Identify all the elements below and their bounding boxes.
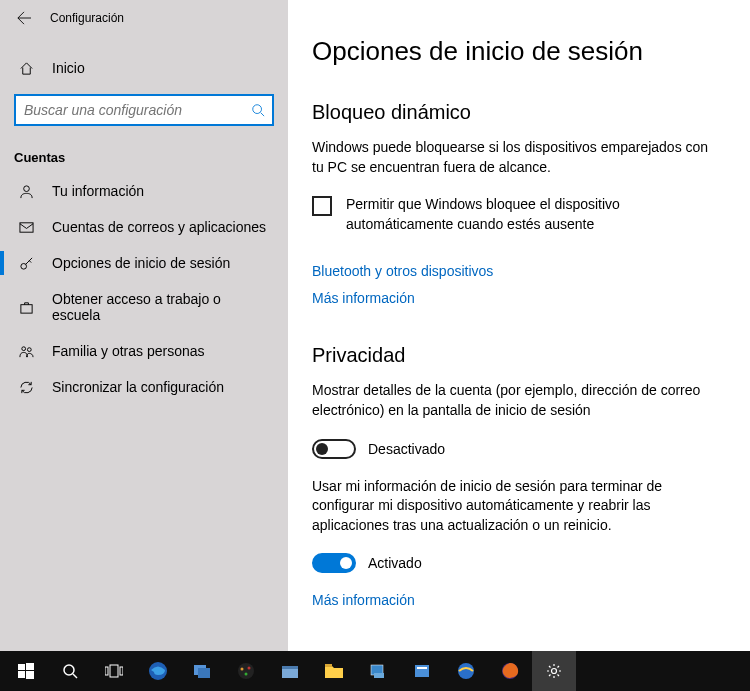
back-icon[interactable]	[16, 10, 32, 26]
sidebar-item-your-info[interactable]: Tu información	[0, 173, 288, 209]
taskbar-app-2[interactable]	[224, 651, 268, 691]
svg-point-21	[241, 668, 244, 671]
main-content: Opciones de inicio de sesión Bloqueo din…	[288, 0, 750, 651]
privacy-desc-2: Usar mi información de inicio de sesión …	[312, 477, 722, 536]
nav-label: Sincronizar la configuración	[52, 379, 224, 395]
svg-point-23	[245, 673, 248, 676]
svg-rect-19	[198, 668, 210, 678]
privacy-toggle-1-label: Desactivado	[368, 441, 445, 457]
svg-rect-29	[415, 665, 429, 677]
dynamic-lock-checkbox-label: Permitir que Windows bloquee el disposit…	[346, 195, 722, 234]
privacy-toggle-1-row: Desactivado	[312, 439, 722, 459]
svg-rect-26	[325, 664, 332, 667]
taskbar-app-firefox[interactable]	[488, 651, 532, 691]
svg-rect-30	[417, 667, 427, 669]
dynamic-lock-heading: Bloqueo dinámico	[312, 101, 722, 124]
svg-point-7	[27, 347, 31, 351]
svg-point-12	[64, 665, 74, 675]
privacy-heading: Privacidad	[312, 344, 722, 367]
svg-rect-10	[18, 671, 25, 678]
privacy-desc-1: Mostrar detalles de la cuenta (por ejemp…	[312, 381, 722, 420]
svg-point-33	[552, 669, 557, 674]
svg-rect-15	[110, 665, 118, 677]
nav-label: Cuentas de correos y aplicaciones	[52, 219, 266, 235]
person-icon	[18, 183, 34, 199]
nav-label: Tu información	[52, 183, 144, 199]
titlebar: Configuración	[0, 0, 288, 36]
svg-rect-28	[374, 673, 384, 678]
taskbar-app-1[interactable]	[180, 651, 224, 691]
nav-list: Tu información Cuentas de correos y apli…	[0, 173, 288, 405]
sync-icon	[18, 379, 34, 395]
bluetooth-link[interactable]: Bluetooth y otros dispositivos	[312, 263, 493, 279]
dynamic-lock-more-info-link[interactable]: Más información	[312, 290, 415, 306]
search-row	[0, 86, 288, 136]
taskbar-app-ie[interactable]	[444, 651, 488, 691]
app-title: Configuración	[50, 11, 124, 25]
svg-rect-8	[18, 664, 25, 670]
search-box[interactable]	[14, 94, 274, 126]
privacy-toggle-2-label: Activado	[368, 555, 422, 571]
svg-rect-14	[105, 667, 108, 675]
taskbar-app-4[interactable]	[356, 651, 400, 691]
sidebar-item-sign-in-options[interactable]: Opciones de inicio de sesión	[0, 245, 288, 281]
privacy-toggle-1[interactable]	[312, 439, 356, 459]
svg-point-0	[253, 105, 262, 114]
taskbar-app-explorer[interactable]	[312, 651, 356, 691]
privacy-toggle-2-row: Activado	[312, 553, 722, 573]
nav-label: Familia y otras personas	[52, 343, 205, 359]
svg-line-13	[73, 674, 77, 678]
svg-rect-5	[20, 304, 31, 312]
page-title: Opciones de inicio de sesión	[312, 36, 722, 67]
taskbar-app-settings[interactable]	[532, 651, 576, 691]
key-icon	[18, 255, 34, 271]
svg-point-22	[248, 667, 251, 670]
search-input[interactable]	[24, 102, 250, 118]
sidebar-item-family[interactable]: Familia y otras personas	[0, 333, 288, 369]
home-icon	[18, 60, 34, 76]
home-label: Inicio	[52, 60, 85, 76]
svg-point-20	[238, 663, 254, 679]
taskbar-app-edge[interactable]	[136, 651, 180, 691]
mail-icon	[18, 219, 34, 235]
taskbar-app-3[interactable]	[268, 651, 312, 691]
briefcase-icon	[18, 299, 34, 315]
svg-rect-9	[26, 663, 34, 670]
dynamic-lock-checkbox[interactable]	[312, 196, 332, 216]
taskbar	[0, 651, 750, 691]
svg-rect-11	[26, 671, 34, 679]
svg-rect-3	[19, 222, 32, 231]
svg-line-1	[261, 113, 265, 117]
privacy-more-info-link[interactable]: Más información	[312, 592, 415, 608]
dynamic-lock-description: Windows puede bloquearse si los disposit…	[312, 138, 722, 177]
taskbar-app-5[interactable]	[400, 651, 444, 691]
people-icon	[18, 343, 34, 359]
start-button[interactable]	[4, 651, 48, 691]
nav-label: Opciones de inicio de sesión	[52, 255, 230, 271]
sidebar-item-home[interactable]: Inicio	[0, 50, 288, 86]
search-icon	[250, 102, 266, 118]
svg-rect-25	[282, 666, 298, 669]
svg-point-6	[21, 346, 25, 350]
svg-point-2	[23, 185, 29, 191]
sidebar-item-sync[interactable]: Sincronizar la configuración	[0, 369, 288, 405]
nav-label: Obtener acceso a trabajo o escuela	[52, 291, 270, 323]
taskbar-search-icon[interactable]	[48, 651, 92, 691]
sidebar-section-label: Cuentas	[0, 136, 288, 173]
svg-rect-16	[120, 667, 123, 675]
sidebar: Configuración Inicio Cuentas	[0, 0, 288, 651]
privacy-toggle-2[interactable]	[312, 553, 356, 573]
sidebar-item-email-accounts[interactable]: Cuentas de correos y aplicaciones	[0, 209, 288, 245]
sidebar-item-work-school[interactable]: Obtener acceso a trabajo o escuela	[0, 281, 288, 333]
task-view-icon[interactable]	[92, 651, 136, 691]
dynamic-lock-checkbox-row[interactable]: Permitir que Windows bloquee el disposit…	[312, 195, 722, 234]
